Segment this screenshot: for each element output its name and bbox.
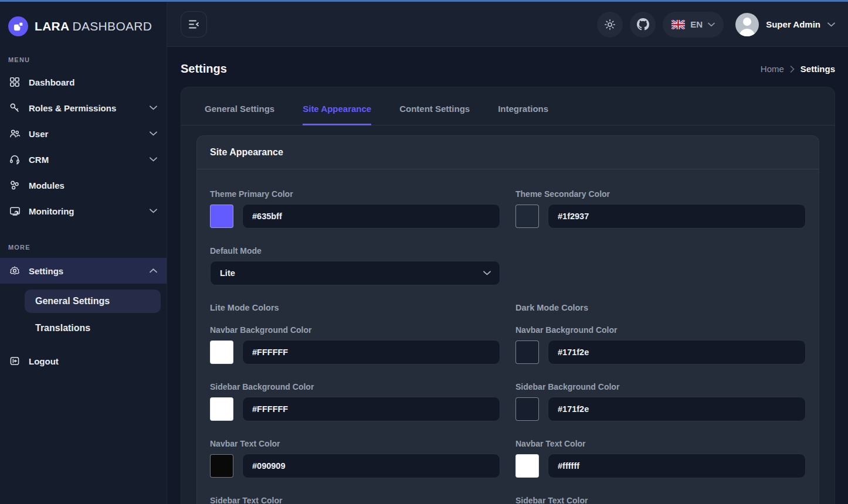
color-swatch[interactable]: [515, 454, 539, 478]
top-accent-bar: [0, 0, 848, 2]
field-label: Sidebar Background Color: [210, 382, 500, 391]
dark-navbar-text-input[interactable]: [548, 454, 806, 478]
uk-flag-icon: [671, 20, 685, 29]
monitor-icon: [8, 205, 21, 217]
dark-mode-colors-heading: Dark Mode Colors: [515, 303, 806, 312]
theme-secondary-color-input[interactable]: [548, 204, 806, 229]
grid-icon: [8, 76, 21, 88]
brand-light: DASHBOARD: [73, 19, 152, 33]
field-label: Sidebar Text Color: [210, 496, 500, 504]
color-swatch[interactable]: [210, 454, 233, 478]
field-dark-sidebar-bg: Sidebar Background Color: [515, 382, 806, 421]
field-theme-primary-color: Theme Primary Color: [210, 189, 500, 229]
field-dark-navbar-bg: Navbar Background Color: [515, 325, 806, 365]
chevron-down-icon: [150, 209, 157, 213]
field-dark-navbar-text: Navbar Text Color: [515, 439, 806, 478]
tab-site-appearance[interactable]: Site Appearance: [303, 104, 371, 125]
lite-navbar-bg-input[interactable]: [242, 340, 500, 365]
color-swatch[interactable]: [515, 397, 539, 421]
sidebar-item-label: User: [29, 129, 48, 139]
sidebar-section-menu: MENU: [8, 56, 158, 63]
breadcrumb-current: Settings: [800, 64, 835, 74]
dark-navbar-bg-input[interactable]: [548, 340, 806, 365]
field-label: Theme Primary Color: [210, 189, 500, 199]
lite-mode-colors-heading: Lite Mode Colors: [210, 303, 500, 312]
breadcrumb: Home Settings: [761, 64, 835, 74]
sidebar-subitem-general-settings[interactable]: General Settings: [25, 290, 161, 313]
lite-navbar-text-input[interactable]: [242, 454, 500, 478]
color-swatch[interactable]: [515, 205, 539, 228]
key-icon: [8, 101, 21, 114]
brand-bold: LARA: [35, 19, 70, 33]
chevron-down-icon: [150, 105, 157, 110]
sidebar-subitem-translations[interactable]: Translations: [25, 316, 161, 340]
chevron-down-icon: [708, 22, 715, 27]
sidebar-item-roles-permissions[interactable]: Roles & Permissions: [0, 95, 167, 121]
sidebar-item-modules[interactable]: Modules: [0, 172, 167, 198]
tab-integrations[interactable]: Integrations: [498, 104, 548, 125]
users-icon: [8, 127, 21, 140]
brand-logo[interactable]: LARADASHBOARD: [0, 2, 167, 48]
field-lite-navbar-bg: Navbar Background Color: [210, 325, 500, 365]
sidebar-item-user[interactable]: User: [0, 121, 167, 147]
theme-toggle-button[interactable]: [597, 12, 623, 38]
field-lite-sidebar-bg: Sidebar Background Color: [210, 382, 500, 421]
color-swatch[interactable]: [515, 340, 539, 364]
field-lite-sidebar-text: Sidebar Text Color: [210, 496, 500, 504]
sidebar-item-monitoring[interactable]: Monitoring: [0, 198, 167, 224]
logout-icon: [8, 355, 21, 367]
sun-icon: [604, 19, 616, 30]
field-theme-secondary-color: Theme Secondary Color: [515, 189, 806, 229]
sidebar-collapse-button[interactable]: [181, 11, 207, 38]
brand-logo-icon: [8, 16, 28, 36]
main-content: Settings Home Settings General Settings …: [167, 47, 848, 504]
user-name: Super Admin: [766, 19, 820, 29]
github-icon: [637, 18, 649, 30]
dark-sidebar-bg-input[interactable]: [548, 397, 806, 421]
sidebar-item-settings[interactable]: Settings: [0, 258, 167, 284]
chevron-down-icon: [483, 271, 491, 275]
color-swatch[interactable]: [210, 205, 233, 228]
page-title: Settings: [181, 62, 227, 76]
top-navbar: EN Super Admin: [167, 2, 848, 47]
field-dark-sidebar-text: Sidebar Text Color: [515, 496, 806, 504]
chevron-down-icon: [150, 131, 157, 136]
panel-title: Site Appearance: [197, 136, 819, 169]
settings-tabs: General Settings Site Appearance Content…: [181, 87, 835, 125]
settings-tabs-card: General Settings Site Appearance Content…: [181, 87, 835, 504]
chevron-down-icon: [827, 22, 835, 27]
theme-primary-color-input[interactable]: [242, 204, 500, 229]
brand-name: LARADASHBOARD: [35, 19, 152, 33]
field-label: Sidebar Text Color: [515, 496, 806, 504]
sidebar-item-label: Modules: [29, 181, 65, 190]
sidebar: LARADASHBOARD MENU Dashboard Roles & Per…: [0, 2, 167, 504]
color-swatch[interactable]: [210, 397, 233, 421]
site-appearance-panel: Site Appearance Theme Primary Color Them…: [196, 135, 819, 504]
field-label: Navbar Text Color: [515, 439, 806, 448]
sidebar-item-label: CRM: [29, 155, 49, 165]
sidebar-item-crm[interactable]: CRM: [0, 147, 167, 172]
github-button[interactable]: [630, 12, 656, 38]
tab-content-settings[interactable]: Content Settings: [399, 104, 470, 125]
color-swatch[interactable]: [210, 340, 233, 364]
field-label: Theme Secondary Color: [515, 189, 806, 199]
field-default-mode: Default Mode Lite: [210, 246, 500, 285]
sidebar-subitem-label: General Settings: [35, 296, 110, 307]
sidebar-item-label: Monitoring: [29, 206, 74, 216]
chevron-down-icon: [150, 157, 157, 162]
field-label: Navbar Text Color: [210, 439, 500, 448]
sidebar-item-label: Logout: [29, 356, 59, 366]
breadcrumb-home-link[interactable]: Home: [761, 64, 784, 74]
field-label: Navbar Background Color: [515, 325, 806, 335]
field-label: Sidebar Background Color: [515, 382, 806, 391]
lite-sidebar-bg-input[interactable]: [242, 397, 500, 421]
language-selector[interactable]: EN: [663, 12, 724, 38]
user-menu[interactable]: Super Admin: [735, 13, 835, 36]
sidebar-item-logout[interactable]: Logout: [0, 348, 167, 374]
field-lite-navbar-text: Navbar Text Color: [210, 439, 500, 478]
default-mode-select[interactable]: Lite: [210, 261, 500, 285]
gear-icon: [8, 264, 21, 277]
tab-general-settings[interactable]: General Settings: [205, 104, 274, 125]
sidebar-item-dashboard[interactable]: Dashboard: [0, 69, 167, 95]
field-label: Default Mode: [210, 246, 500, 256]
